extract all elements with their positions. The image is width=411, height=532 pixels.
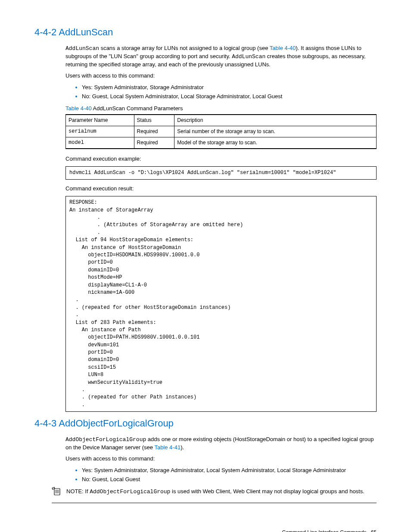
access-list: Yes: System Administrator, Storage Admin… [73,467,377,483]
table-caption: Table 4-40 AddLunScan Command Parameters [65,105,377,112]
param-desc: Model of the storage array to scan. [174,137,377,148]
exec-example-label: Command execution example: [65,155,377,163]
text: If [85,488,90,495]
note-label: NOTE: [66,488,85,495]
note-text: NOTE: If AddObjectForLogicalGroup is use… [66,488,377,496]
text: is used with Web Client, Web Client may … [170,488,364,495]
section1-para1: AddLunScan scans a storage array for LUN… [65,44,377,69]
param-name: model [66,137,134,148]
list-item: No: Guest, Local System Administrator, L… [82,93,377,100]
section-heading-addlunscan: 4-4-2 AddLunScan [34,26,377,39]
param-name: serialnum [66,126,134,137]
text: scans a storage array for LUNs not assig… [99,45,270,51]
table-ref-link[interactable]: Table 4-41 [154,444,181,451]
section-heading-addobjectforlogicalgroup: 4-4-3 AddObjectForLogicalGroup [34,417,377,430]
note-block: NOTE: If AddObjectForLogicalGroup is use… [52,488,377,503]
access-list: Yes: System Administrator, Storage Admin… [73,84,377,100]
inline-code: AddObjectForLogicalGroup [90,488,170,495]
table-caption-link[interactable]: Table 4-40 [65,105,92,112]
inline-code: AddObjectForLogicalGroup [65,436,146,443]
section2-body: AddObjectForLogicalGroup adds one or mor… [65,436,377,483]
list-item: Yes: System Administrator, Storage Admin… [82,467,377,474]
page-footer: Command Line Interface Commands 65 [34,529,377,532]
col-header: Parameter Name [66,115,134,126]
param-status: Required [134,126,174,137]
inline-code: AddLunScan [65,45,99,52]
access-intro: Users with access to this command: [65,72,377,80]
note-icon [52,487,62,499]
inline-code: AddLunScan [232,53,265,60]
col-header: Description [174,115,377,126]
table-caption-text: AddLunScan Command Parameters [92,105,183,112]
section2-para1: AddObjectForLogicalGroup adds one or mor… [65,436,377,451]
col-header: Status [134,115,174,126]
page-number: 65 [371,529,377,532]
params-table: Parameter Name Status Description serial… [65,114,377,149]
section1-body: AddLunScan scans a storage array for LUN… [65,44,377,412]
footer-text: Command Line Interface Commands [282,529,367,532]
table-ref-link[interactable]: Table 4-40 [270,45,296,51]
access-intro: Users with access to this command: [65,455,377,463]
code-result: RESPONSE: An instance of StorageArray . … [65,196,377,412]
param-status: Required [134,137,174,148]
list-item: Yes: System Administrator, Storage Admin… [82,84,377,91]
text: ). [181,444,184,451]
list-item: No: Guest, Local Guest [82,476,377,483]
exec-result-label: Command execution result: [65,185,377,193]
table-row: model Required Model of the storage arra… [66,137,377,148]
param-desc: Serial number of the storage array to sc… [174,126,377,137]
code-example: hdvmcli AddLunScan -o "D:\logs\XP1024 Ad… [65,166,377,180]
table-row: serialnum Required Serial number of the … [66,126,377,137]
